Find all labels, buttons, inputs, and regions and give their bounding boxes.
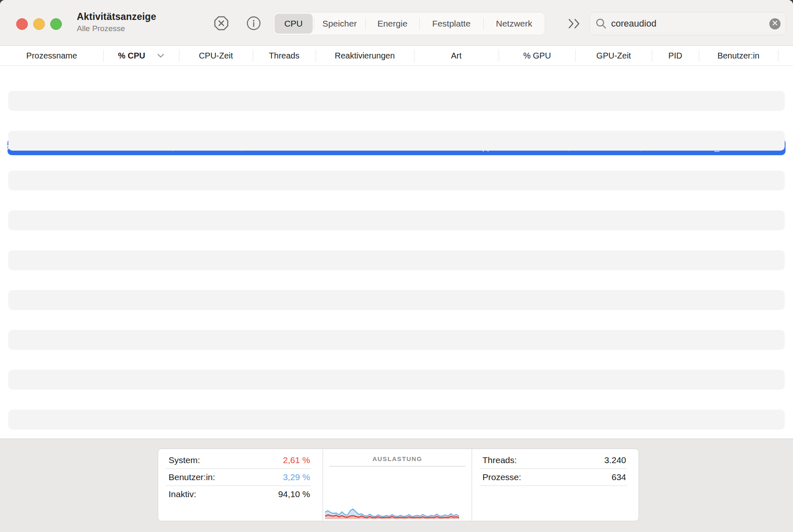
screen: Aktivitätsanzeige Alle Prozesse (0, 0, 793, 532)
close-window-button[interactable] (16, 18, 28, 30)
tab-energie[interactable]: Energie (365, 12, 419, 35)
column-header-label: % CPU (118, 51, 145, 61)
stat-row-benutzer-in: Benutzer:in:3,29 % (158, 469, 323, 486)
search-field[interactable] (589, 12, 786, 35)
stat-label: Inaktiv: (169, 489, 196, 499)
double-chevron-right-icon (567, 27, 582, 33)
stat-value: 94,10 % (278, 489, 310, 499)
column-header-label: PID (668, 51, 682, 61)
column-header-threads[interactable]: Threads (253, 46, 316, 66)
empty-table-row (8, 131, 785, 151)
quit-process-button[interactable] (214, 16, 228, 30)
window-subtitle: Alle Prozesse (77, 24, 156, 33)
column-header-label: Art (451, 51, 462, 61)
cpu-usage-section: AUSLASTUNG (323, 449, 472, 521)
title-block: Aktivitätsanzeige Alle Prozesse (77, 11, 156, 33)
stat-label: Benutzer:in: (169, 472, 215, 482)
view-tabs: CPUSpeicherEnergieFestplatteNetzwerk (273, 12, 545, 35)
column-header-art[interactable]: Art (414, 46, 499, 66)
column-header-label: Benutzer:in (717, 51, 759, 61)
empty-table-row (8, 111, 785, 131)
info-icon (247, 25, 261, 32)
search-input[interactable] (611, 18, 769, 29)
empty-table-row (8, 250, 785, 270)
empty-table-row (8, 390, 785, 410)
column-header-gpu-zeit[interactable]: GPU-Zeit (575, 46, 652, 66)
cpu-usage-graph (325, 496, 459, 520)
minimize-window-button[interactable] (33, 18, 45, 30)
empty-table-row (8, 230, 785, 250)
x-icon (772, 20, 778, 27)
column-header-stub (778, 46, 793, 66)
stat-label: Prozesse: (482, 472, 521, 482)
traffic-lights (16, 18, 62, 30)
stat-row-threads: Threads:3.240 (472, 452, 639, 469)
tab-speicher[interactable]: Speicher (314, 12, 366, 35)
stat-label: System: (169, 455, 200, 465)
tab-label: Netzwerk (496, 19, 532, 29)
octagon-x-icon (214, 25, 228, 32)
column-header-label: GPU-Zeit (596, 51, 631, 61)
zoom-window-button[interactable] (50, 18, 62, 30)
column-header-reaktivierungen[interactable]: Reaktivierungen (316, 46, 414, 66)
empty-table-row (8, 290, 785, 310)
empty-table-row (8, 270, 785, 290)
empty-table-row (8, 370, 785, 390)
empty-table-row (8, 410, 785, 430)
tab-cpu[interactable]: CPU (273, 12, 314, 35)
stat-value: 3.240 (604, 455, 626, 465)
column-header-label: CPU-Zeit (199, 51, 233, 61)
tab-netzwerk[interactable]: Netzwerk (483, 12, 545, 35)
stat-label: Threads: (482, 455, 517, 465)
tab-label: Energie (377, 19, 407, 29)
empty-table-row (8, 350, 785, 370)
stat-value: 634 (612, 472, 626, 482)
table-header: Prozessname% CPUCPU-ZeitThreadsReaktivie… (0, 46, 793, 66)
activity-monitor-window: Aktivitätsanzeige Alle Prozesse (0, 0, 793, 532)
stat-value: 2,61 % (283, 455, 310, 465)
empty-table-row (8, 210, 785, 230)
tab-label: Festplatte (432, 19, 470, 29)
process-count-stats: Threads:3.240Prozesse:634 (472, 449, 639, 521)
stat-row-inaktiv: Inaktiv:94,10 % (158, 486, 323, 503)
empty-table-row (8, 430, 785, 439)
column-header-label: Reaktivierungen (335, 51, 395, 61)
process-table: coreaudiod0,25,01131Apple0,00,005463_cor… (0, 66, 793, 439)
stat-row-system: System:2,61 % (158, 452, 323, 469)
empty-table-row (8, 151, 785, 171)
inspect-process-button[interactable] (247, 16, 261, 30)
column-header-prozessname[interactable]: Prozessname (0, 46, 103, 66)
usage-title: AUSLASTUNG (323, 455, 472, 462)
cpu-load-stats: System:2,61 %Benutzer:in:3,29 %Inaktiv:9… (158, 449, 323, 521)
window-title: Aktivitätsanzeige (77, 11, 156, 22)
sort-descending-chevron-icon (157, 54, 164, 58)
column-header-gpu[interactable]: % GPU (499, 46, 575, 66)
column-header-label: Threads (269, 51, 299, 61)
column-header-label: % GPU (523, 51, 551, 61)
search-icon (595, 18, 607, 29)
stats-panel: System:2,61 %Benutzer:in:3,29 %Inaktiv:9… (158, 449, 639, 521)
tab-festplatte[interactable]: Festplatte (419, 12, 484, 35)
column-header-label: Prozessname (26, 51, 77, 61)
toolbar: Aktivitätsanzeige Alle Prozesse (0, 0, 793, 46)
empty-table-row (8, 190, 785, 210)
column-header-pid[interactable]: PID (652, 46, 699, 66)
empty-table-row (8, 171, 785, 190)
clear-search-button[interactable] (769, 18, 781, 29)
tab-label: CPU (284, 19, 303, 29)
usage-divider (329, 466, 465, 466)
stat-value: 3,29 % (283, 472, 310, 482)
tab-label: Speicher (323, 19, 357, 29)
stat-row-prozesse: Prozesse:634 (472, 469, 639, 486)
column-header-cpu[interactable]: % CPU (103, 46, 179, 66)
stat-divider (480, 486, 627, 486)
empty-table-row (8, 91, 785, 111)
empty-table-row (8, 310, 785, 330)
column-header-benutzer-in[interactable]: Benutzer:in (699, 46, 778, 66)
column-header-cpu-zeit[interactable]: CPU-Zeit (179, 46, 253, 66)
footer-stats: System:2,61 %Benutzer:in:3,29 %Inaktiv:9… (0, 439, 793, 532)
empty-table-row (8, 330, 785, 350)
toolbar-overflow-button[interactable] (566, 16, 583, 32)
